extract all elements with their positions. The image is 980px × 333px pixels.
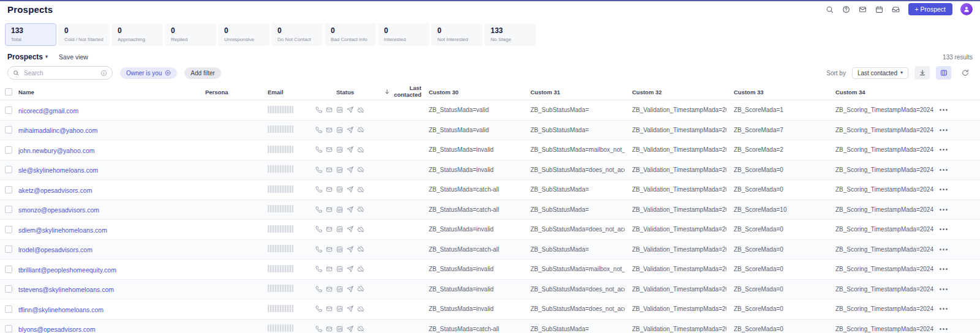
send-icon[interactable]: [346, 245, 354, 253]
prospect-name-link[interactable]: tstevens@skylinehomeloans.com: [18, 286, 114, 293]
more-actions-button[interactable]: [938, 326, 949, 332]
phone-icon[interactable]: [315, 185, 323, 193]
linkedin-icon[interactable]: [336, 325, 344, 333]
row-checkbox[interactable]: [5, 206, 12, 213]
stat-card-not-interested[interactable]: 0 Not Interested: [431, 23, 483, 46]
send-icon[interactable]: [346, 166, 354, 174]
user-avatar[interactable]: [960, 3, 973, 15]
owner-filter-chip[interactable]: Owner is you: [120, 67, 177, 79]
column-header-custom-33[interactable]: Custom 33: [726, 89, 828, 95]
prospect-name-link[interactable]: aketz@opesadvisors.com: [18, 187, 92, 194]
select-all-checkbox[interactable]: [5, 88, 12, 95]
email-icon[interactable]: [325, 225, 333, 233]
more-actions-button[interactable]: [938, 286, 949, 293]
linkedin-icon[interactable]: [336, 126, 344, 134]
phone-icon[interactable]: [315, 166, 323, 174]
more-actions-button[interactable]: [938, 186, 949, 193]
refresh-button[interactable]: [957, 66, 973, 80]
linkedin-icon[interactable]: [336, 305, 344, 313]
phone-icon[interactable]: [315, 325, 323, 333]
prospect-name-link[interactable]: mihaimadalinc@yahoo.com: [18, 127, 97, 134]
phone-icon[interactable]: [315, 146, 323, 154]
email-icon[interactable]: [325, 265, 333, 273]
email-icon[interactable]: [325, 185, 333, 193]
stat-card-interested[interactable]: 0 Interested: [378, 23, 429, 46]
linkedin-icon[interactable]: [336, 265, 344, 273]
stat-card-do-not-contact[interactable]: 0 Do Not Contact: [271, 23, 323, 46]
linkedin-icon[interactable]: [336, 285, 344, 293]
phone-icon[interactable]: [315, 285, 323, 293]
linkedin-icon[interactable]: [336, 106, 344, 114]
email-icon[interactable]: [325, 245, 333, 253]
row-checkbox[interactable]: [5, 305, 12, 313]
save-view-button[interactable]: Save view: [59, 53, 88, 61]
prospect-name-link[interactable]: smonzo@opesadvisors.com: [18, 206, 99, 214]
row-checkbox[interactable]: [5, 126, 12, 133]
stat-card-bad-contact-info[interactable]: 0 Bad Contact Info: [325, 23, 376, 46]
column-header-custom-34[interactable]: Custom 34: [828, 89, 933, 95]
help-icon[interactable]: [842, 5, 851, 13]
row-checkbox[interactable]: [5, 245, 12, 253]
more-actions-button[interactable]: [938, 107, 949, 113]
row-checkbox[interactable]: [5, 146, 12, 154]
edit-columns-button[interactable]: [936, 66, 951, 80]
sort-select[interactable]: Last contacted ▾: [852, 67, 908, 79]
row-checkbox[interactable]: [5, 325, 12, 332]
send-icon[interactable]: [346, 185, 354, 193]
add-filter-button[interactable]: Add filter: [184, 67, 221, 79]
email-icon[interactable]: [325, 146, 333, 154]
more-actions-button[interactable]: [938, 166, 949, 173]
email-icon[interactable]: [325, 206, 333, 214]
search-box[interactable]: [7, 66, 113, 80]
row-checkbox[interactable]: [5, 285, 12, 293]
email-icon[interactable]: [325, 166, 333, 174]
send-icon[interactable]: [346, 126, 354, 134]
email-icon[interactable]: [325, 305, 333, 313]
linkedin-icon[interactable]: [336, 206, 344, 214]
linkedin-icon[interactable]: [336, 166, 344, 174]
send-icon[interactable]: [346, 225, 354, 233]
email-icon[interactable]: [325, 285, 333, 293]
column-header-status[interactable]: Status: [314, 89, 392, 95]
row-checkbox[interactable]: [5, 226, 12, 233]
stat-card-replied[interactable]: 0 Replied: [165, 23, 216, 46]
column-header-custom-30[interactable]: Custom 30: [421, 89, 523, 95]
new-prospect-button[interactable]: + Prospect: [908, 3, 953, 15]
phone-icon[interactable]: [315, 305, 323, 313]
row-checkbox[interactable]: [5, 107, 12, 114]
stat-card-no-stage[interactable]: 133 No Stage: [484, 23, 536, 46]
more-actions-button[interactable]: [938, 305, 949, 312]
more-actions-button[interactable]: [938, 226, 949, 233]
prospect-name-link[interactable]: lrodel@opesadvisors.com: [18, 246, 92, 253]
search-input[interactable]: [23, 69, 97, 77]
linkedin-icon[interactable]: [336, 146, 344, 154]
row-checkbox[interactable]: [5, 186, 12, 193]
mail-icon[interactable]: [859, 5, 867, 13]
prospect-name-link[interactable]: john.newbury@yahoo.com: [18, 147, 94, 154]
prospect-name-link[interactable]: blyons@opesadvisors.com: [18, 326, 96, 333]
phone-icon[interactable]: [315, 126, 323, 134]
linkedin-icon[interactable]: [336, 225, 344, 233]
more-actions-button[interactable]: [938, 206, 949, 213]
column-header-name[interactable]: Name: [18, 89, 205, 95]
export-button[interactable]: [914, 66, 930, 80]
send-icon[interactable]: [346, 325, 354, 333]
prospect-name-link[interactable]: sle@skylinehomeloans.com: [18, 166, 98, 174]
send-icon[interactable]: [346, 305, 354, 313]
stat-card-unresponsive[interactable]: 0 Unresponsive: [218, 23, 270, 46]
remove-filter-icon[interactable]: [165, 70, 171, 76]
column-header-custom-32[interactable]: Custom 32: [625, 89, 726, 95]
email-icon[interactable]: [325, 126, 333, 134]
send-icon[interactable]: [346, 146, 354, 154]
stat-card-cold-not-started[interactable]: 0 Cold / Not Started: [58, 23, 110, 46]
send-icon[interactable]: [346, 265, 354, 273]
search-icon[interactable]: [826, 5, 834, 13]
more-actions-button[interactable]: [938, 246, 949, 253]
calendar-icon[interactable]: [875, 5, 884, 13]
column-header-persona[interactable]: Persona: [205, 89, 268, 95]
row-checkbox[interactable]: [5, 266, 12, 273]
prospect-name-link[interactable]: nicorecd@gmail.com: [18, 107, 78, 114]
send-icon[interactable]: [346, 206, 354, 214]
phone-icon[interactable]: [315, 206, 323, 214]
inbox-icon[interactable]: [892, 5, 900, 13]
